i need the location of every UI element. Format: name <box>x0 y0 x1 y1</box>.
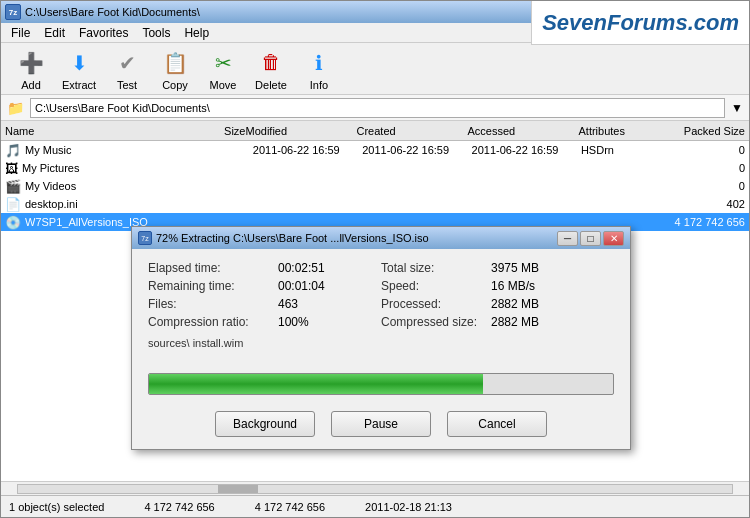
file-name: My Pictures <box>22 162 178 174</box>
toolbar-copy[interactable]: 📋 Copy <box>153 45 197 93</box>
dialog-app-icon: 7z <box>138 231 152 245</box>
elapsed-value: 00:02:51 <box>278 261 381 275</box>
total-size-label: Total size: <box>381 261 491 275</box>
dialog-speed: Speed: 16 MB/s <box>381 279 614 293</box>
dialog-controls: ─ □ ✕ <box>557 231 624 246</box>
delete-icon: 🗑 <box>255 47 287 79</box>
menu-help[interactable]: Help <box>178 24 215 42</box>
col-header-name[interactable]: Name <box>5 125 172 137</box>
compression-value: 100% <box>278 315 381 329</box>
dialog-compressed-size: Compressed size: 2882 MB <box>381 315 614 329</box>
menu-file[interactable]: File <box>5 24 36 42</box>
move-icon: ✂ <box>207 47 239 79</box>
folder-icon: 🎵 <box>5 143 21 158</box>
copy-icon: 📋 <box>159 47 191 79</box>
file-packed: 4 172 742 656 <box>654 216 745 228</box>
table-row[interactable]: 📄 desktop.ini 402 <box>1 195 749 213</box>
title-path: C:\Users\Bare Foot Kid\Documents\ <box>25 6 200 18</box>
speed-label: Speed: <box>381 279 491 293</box>
file-name: My Music <box>25 144 180 156</box>
toolbar-extract[interactable]: ⬇ Extract <box>57 45 101 93</box>
iso-icon: 💿 <box>5 215 21 230</box>
test-icon: ✔ <box>111 47 143 79</box>
extract-icon: ⬇ <box>63 47 95 79</box>
add-icon: ➕ <box>15 47 47 79</box>
file-created: 2011-06-22 16:59 <box>362 144 471 156</box>
dialog-row-files-processed: Files: 463 Processed: 2882 MB <box>148 297 614 311</box>
compressed-label: Compressed size: <box>381 315 491 329</box>
dialog-row-elapsed-total: Elapsed time: 00:02:51 Total size: 3975 … <box>148 261 614 275</box>
file-name: desktop.ini <box>25 198 180 210</box>
info-label: Info <box>310 79 328 91</box>
dialog-files: Files: 463 <box>148 297 381 311</box>
col-header-size[interactable]: Size <box>172 125 246 137</box>
extract-label: Extract <box>62 79 96 91</box>
test-label: Test <box>117 79 137 91</box>
move-label: Move <box>210 79 237 91</box>
dialog-elapsed: Elapsed time: 00:02:51 <box>148 261 381 275</box>
address-dropdown-arrow[interactable]: ▼ <box>731 101 743 115</box>
col-header-packed[interactable]: Packed Size <box>653 125 746 137</box>
dialog-total-size: Total size: 3975 MB <box>381 261 614 275</box>
dialog-minimize-button[interactable]: ─ <box>557 231 578 246</box>
file-packed: 0 <box>654 180 745 192</box>
remaining-label: Remaining time: <box>148 279 278 293</box>
h-scrollbar[interactable] <box>1 481 749 495</box>
file-packed: 0 <box>654 162 746 174</box>
menu-tools[interactable]: Tools <box>136 24 176 42</box>
toolbar-info[interactable]: ℹ Info <box>297 45 341 93</box>
file-attribs: HSDrn <box>581 144 654 156</box>
h-scrollbar-thumb[interactable] <box>218 485 258 493</box>
delete-label: Delete <box>255 79 287 91</box>
files-label: Files: <box>148 297 278 311</box>
toolbar-move[interactable]: ✂ Move <box>201 45 245 93</box>
file-name: My Videos <box>25 180 180 192</box>
dialog-close-button[interactable]: ✕ <box>603 231 624 246</box>
col-header-attribs[interactable]: Attributes <box>579 125 653 137</box>
file-list-area: Name Size Modified Created Accessed Attr… <box>1 121 749 481</box>
status-size2: 4 172 742 656 <box>255 501 325 513</box>
toolbar-delete[interactable]: 🗑 Delete <box>249 45 293 93</box>
status-size1: 4 172 742 656 <box>144 501 214 513</box>
col-header-accessed[interactable]: Accessed <box>468 125 579 137</box>
folder-icon: 🖼 <box>5 161 18 176</box>
title-bar-left: 7z C:\Users\Bare Foot Kid\Documents\ <box>5 4 200 20</box>
address-bar: 📁 ▼ <box>1 95 749 121</box>
file-packed: 402 <box>654 198 745 210</box>
table-row[interactable]: 🎬 My Videos 0 <box>1 177 749 195</box>
table-row[interactable]: 🖼 My Pictures 0 <box>1 159 749 177</box>
background-button[interactable]: Background <box>215 411 315 437</box>
menu-edit[interactable]: Edit <box>38 24 71 42</box>
dialog-title-bar: 7z 72% Extracting C:\Users\Bare Foot ...… <box>132 227 630 249</box>
dialog-row-remaining-speed: Remaining time: 00:01:04 Speed: 16 MB/s <box>148 279 614 293</box>
remaining-value: 00:01:04 <box>278 279 381 293</box>
file-packed: 0 <box>654 144 745 156</box>
compressed-value: 2882 MB <box>491 315 614 329</box>
info-icon: ℹ <box>303 47 335 79</box>
total-size-value: 3975 MB <box>491 261 614 275</box>
file-icon: 📄 <box>5 197 21 212</box>
add-label: Add <box>21 79 41 91</box>
pause-button[interactable]: Pause <box>331 411 431 437</box>
progress-bar-container <box>148 373 614 395</box>
cancel-button[interactable]: Cancel <box>447 411 547 437</box>
toolbar: ➕ Add ⬇ Extract ✔ Test 📋 Copy ✂ Move 🗑 D… <box>1 43 749 95</box>
dialog-remaining: Remaining time: 00:01:04 <box>148 279 381 293</box>
table-row[interactable]: 🎵 My Music 2011-06-22 16:59 2011-06-22 1… <box>1 141 749 159</box>
toolbar-add[interactable]: ➕ Add <box>9 45 53 93</box>
address-input[interactable] <box>30 98 725 118</box>
menu-favorites[interactable]: Favorites <box>73 24 134 42</box>
dialog-processed: Processed: 2882 MB <box>381 297 614 311</box>
col-header-created[interactable]: Created <box>357 125 468 137</box>
folder-icon: 📁 <box>7 100 24 116</box>
col-header-modified[interactable]: Modified <box>246 125 357 137</box>
extraction-dialog: 7z 72% Extracting C:\Users\Bare Foot ...… <box>131 226 631 450</box>
dialog-maximize-button[interactable]: □ <box>580 231 601 246</box>
dialog-title-text: 7z 72% Extracting C:\Users\Bare Foot ...… <box>138 231 429 245</box>
status-date: 2011-02-18 21:13 <box>365 501 452 513</box>
h-scrollbar-track <box>17 484 733 494</box>
compression-label: Compression ratio: <box>148 315 278 329</box>
toolbar-test[interactable]: ✔ Test <box>105 45 149 93</box>
progress-bar-fill <box>149 374 483 394</box>
files-value: 463 <box>278 297 381 311</box>
